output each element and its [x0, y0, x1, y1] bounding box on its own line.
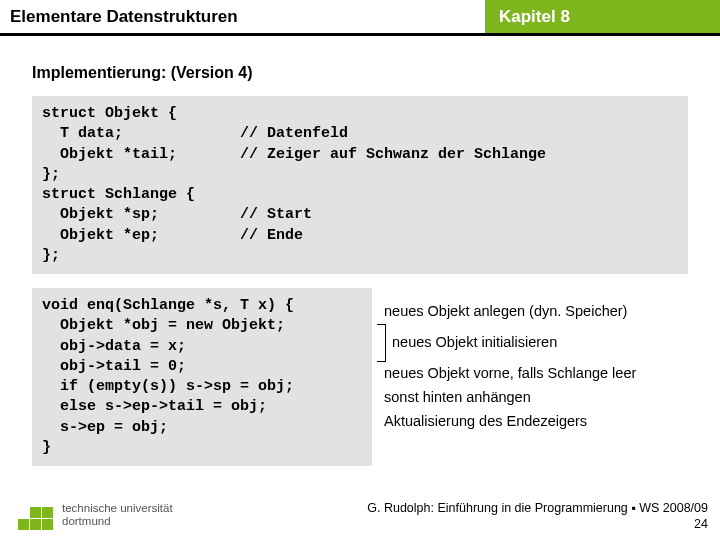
code-annotations: neues Objekt anlegen (dyn. Speicher) neu…	[372, 288, 688, 466]
uni-line1: technische universität	[62, 502, 173, 515]
code-block-structs: struct Objekt { T data; // Datenfeld Obj…	[32, 96, 688, 274]
header-title-right: Kapitel 8	[485, 0, 720, 36]
uni-line2: dortmund	[62, 515, 173, 528]
code-block-enq: void enq(Schlange *s, T x) { Objekt *obj…	[32, 288, 372, 466]
brace-icon	[376, 324, 386, 362]
university-name: technische universität dortmund	[62, 502, 173, 528]
annotation-line: sonst hinten anhängen	[384, 386, 682, 410]
slide-footer: G. Rudolph: Einführung in die Programmie…	[367, 500, 708, 533]
tu-logo-icon	[18, 498, 52, 532]
section-subtitle: Implementierung: (Version 4)	[0, 36, 720, 82]
annotation-line: neues Objekt initialisieren	[386, 331, 557, 355]
header-title-left: Elementare Datenstrukturen	[0, 0, 485, 36]
annotation-line: neues Objekt anlegen (dyn. Speicher)	[384, 300, 682, 324]
code-with-annotations: void enq(Schlange *s, T x) { Objekt *obj…	[32, 288, 688, 466]
footer-credit: G. Rudolph: Einführung in die Programmie…	[367, 500, 708, 516]
page-number: 24	[367, 516, 708, 532]
university-logo: technische universität dortmund	[18, 498, 173, 532]
annotation-line: neues Objekt vorne, falls Schlange leer	[384, 362, 682, 386]
slide-header: Elementare Datenstrukturen Kapitel 8	[0, 0, 720, 36]
annotation-line: Aktualisierung des Endezeigers	[384, 410, 682, 434]
